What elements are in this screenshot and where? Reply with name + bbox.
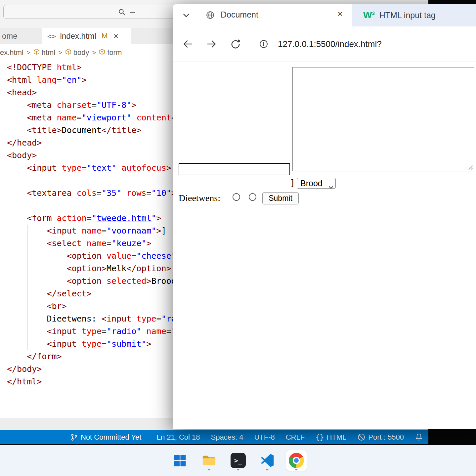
status-item-language-mode[interactable]: {}HTML <box>316 433 346 442</box>
status-item-encoding[interactable]: UTF-8 <box>254 433 275 442</box>
taskbar-file-explorer[interactable] <box>199 450 219 471</box>
status-item-indentation[interactable]: Spaces: 4 <box>211 433 243 442</box>
status-item-notifications[interactable] <box>415 433 423 441</box>
vscode-status-bar: Not Committed Yet Ln 21, Col 18Spaces: 4… <box>0 430 428 444</box>
keuze-select[interactable]: Brood <box>297 178 336 189</box>
symbol-cube-icon <box>99 48 105 57</box>
git-branch-icon <box>70 433 78 441</box>
windows-taskbar: >_ <box>0 445 476 476</box>
globe-icon <box>206 11 215 21</box>
breadcrumb-file[interactable]: ex.html <box>0 48 23 57</box>
taskbar-vscode[interactable] <box>257 450 278 471</box>
file-explorer-icon <box>201 453 217 468</box>
running-indicator <box>237 469 239 470</box>
tab-document-title: Document <box>221 10 258 20</box>
page-voornaam-input[interactable] <box>178 178 290 189</box>
breadcrumb-separator: > <box>58 49 62 57</box>
search-icon <box>118 8 126 17</box>
html-file-icon: <> <box>47 32 56 40</box>
tab-close-icon[interactable]: × <box>113 31 118 41</box>
forward-button[interactable] <box>205 38 218 52</box>
browser-toolbar: 127.0.0.1:5500/index.html? <box>173 26 476 62</box>
vscode-icon <box>260 453 275 468</box>
bell-icon <box>415 433 423 441</box>
git-modified-badge: M <box>102 32 108 40</box>
address-bar[interactable]: 127.0.0.1:5500/index.html? <box>278 39 382 49</box>
tab-welcome-partial[interactable]: ome <box>2 31 18 41</box>
breadcrumb-item-html[interactable]: html <box>33 48 56 57</box>
status-item-cursor-position[interactable]: Ln 21, Col 18 <box>157 433 200 442</box>
breadcrumb-item-form[interactable]: form <box>99 48 122 57</box>
chrome-icon <box>289 453 304 468</box>
browser-active-tab[interactable]: Document × <box>173 4 352 26</box>
terminal-icon: >_ <box>231 453 246 468</box>
w3schools-icon: W3 <box>363 10 375 21</box>
status-bar-left: Not Committed Yet <box>70 433 141 442</box>
breadcrumb-item-body[interactable]: body <box>65 48 89 57</box>
bracket-text: ] <box>291 177 294 188</box>
back-button[interactable] <box>182 38 194 52</box>
indent-guide <box>27 225 28 350</box>
tab-w3-title: HTML input tag <box>379 11 436 20</box>
diet-radio-2[interactable] <box>249 193 256 201</box>
chevron-down-icon[interactable] <box>181 10 191 22</box>
submit-button[interactable]: Submit <box>262 192 299 204</box>
symbol-cube-icon <box>33 48 40 57</box>
reload-button[interactable] <box>229 38 242 52</box>
browser-tab-strip: Document × W3 HTML input tag <box>173 4 476 26</box>
tab-index-html[interactable]: <> index.html M × <box>42 28 131 44</box>
browser-window: Document × W3 HTML input tag 127.0.0.1:5… <box>173 4 476 429</box>
breadcrumb-separator: > <box>26 49 30 57</box>
diet-label: Dieetwens: <box>179 193 220 203</box>
running-indicator <box>295 469 297 470</box>
search-dash: – <box>130 7 135 17</box>
resize-grip-icon[interactable] <box>468 165 473 171</box>
taskbar-terminal[interactable]: >_ <box>228 450 248 471</box>
status-item-git-status[interactable]: Not Committed Yet <box>70 433 141 442</box>
running-indicator <box>266 469 268 470</box>
status-bar-right: Ln 21, Col 18Spaces: 4UTF-8CRLF{}HTMLPor… <box>157 433 423 442</box>
tab-title: index.html <box>60 31 96 41</box>
page-text-input-focused[interactable] <box>179 163 290 175</box>
select-value: Brood <box>300 179 323 188</box>
win-start-icon <box>173 453 187 468</box>
blocked-icon <box>357 433 366 441</box>
taskbar-chrome[interactable] <box>286 450 307 471</box>
running-indicator <box>208 469 210 470</box>
browser-inactive-tab[interactable]: W3 HTML input tag <box>358 4 436 26</box>
site-info-icon[interactable] <box>258 38 269 51</box>
breadcrumb-items: >html>body>form <box>23 48 122 57</box>
breadcrumb-separator: > <box>92 49 96 57</box>
tab-close-icon[interactable]: × <box>337 9 343 19</box>
taskbar-start[interactable] <box>170 450 190 471</box>
status-item-live-server-port[interactable]: Port : 5500 <box>357 433 404 442</box>
symbol-cube-icon <box>65 48 71 57</box>
diet-radio-1[interactable] <box>233 193 240 201</box>
desktop: { "vscode": { "title_search": { "dash": … <box>0 0 476 476</box>
page-textarea[interactable] <box>292 67 474 171</box>
braces-icon: {} <box>316 433 324 441</box>
select-caret-icon <box>328 182 333 191</box>
status-item-eol[interactable]: CRLF <box>286 433 305 442</box>
